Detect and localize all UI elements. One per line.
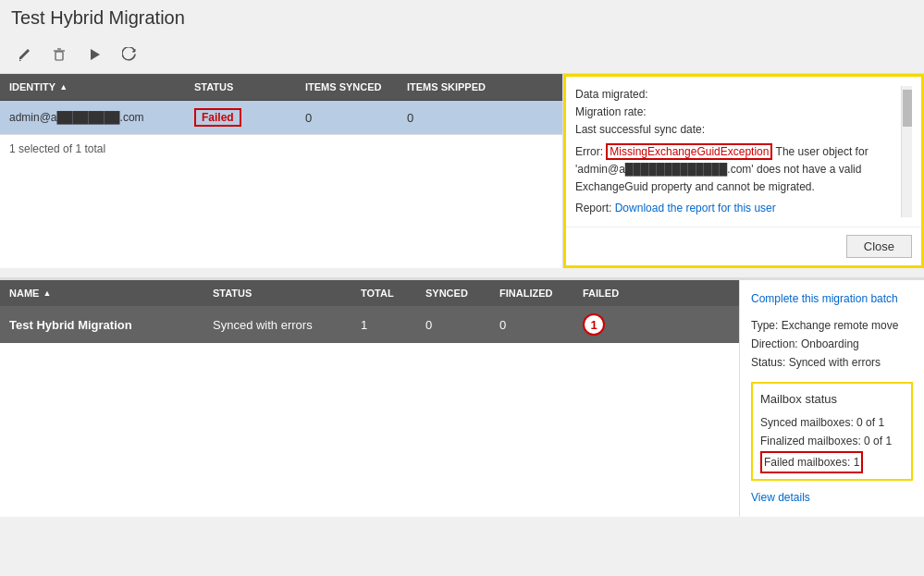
col-items-skipped: ITEMS SKIPPED bbox=[398, 74, 499, 100]
view-details-link[interactable]: View details bbox=[751, 488, 913, 507]
detail-panel: Data migrated: Migration rate: Last succ… bbox=[563, 74, 924, 268]
toolbar bbox=[0, 36, 924, 73]
top-table-header: IDENTITY ▲ STATUS ITEMS SYNCED ITEMS SKI… bbox=[0, 74, 562, 101]
right-panel: Complete this migration batch Type: Exch… bbox=[739, 280, 924, 516]
top-panel: IDENTITY ▲ STATUS ITEMS SYNCED ITEMS SKI… bbox=[0, 73, 924, 268]
scrollbar-thumb[interactable] bbox=[903, 90, 912, 127]
svg-marker-3 bbox=[91, 49, 100, 60]
close-button[interactable]: Close bbox=[846, 235, 912, 258]
refresh-button[interactable] bbox=[117, 42, 142, 67]
play-button[interactable] bbox=[81, 42, 107, 67]
failed-mailboxes: Failed mailboxes: 1 bbox=[760, 451, 904, 473]
bottom-synced-cell: 0 bbox=[416, 306, 490, 343]
failed-badge: 1 bbox=[583, 313, 605, 336]
bottom-table: NAME ▲ STATUS TOTAL SYNCED FINALIZED FAI… bbox=[0, 280, 739, 516]
bottom-failed-cell: 1 bbox=[573, 306, 647, 343]
bottom-col-total: TOTAL bbox=[351, 280, 416, 306]
bottom-table-header: NAME ▲ STATUS TOTAL SYNCED FINALIZED FAI… bbox=[0, 280, 739, 306]
download-report-link[interactable]: Download the report for this user bbox=[615, 202, 776, 214]
detail-content: Data migrated: Migration rate: Last succ… bbox=[566, 77, 921, 227]
bottom-col-finalized: FINALIZED bbox=[490, 280, 573, 306]
type-label: Type: Exchange remote move bbox=[751, 316, 913, 335]
sort-arrow-icon: ▲ bbox=[59, 82, 68, 92]
bottom-sort-arrow-icon: ▲ bbox=[43, 288, 51, 298]
bottom-finalized-cell: 0 bbox=[490, 306, 573, 343]
last-sync-row: Last successful sync date: bbox=[575, 121, 899, 139]
bottom-col-failed: FAILED bbox=[573, 280, 647, 306]
error-row: Error: MissingExchangeGuidException The … bbox=[575, 143, 899, 197]
batch-status-label: Status: Synced with errors bbox=[751, 353, 913, 372]
bottom-name-cell: Test Hybrid Migration bbox=[0, 306, 203, 343]
migration-rate-row: Migration rate: bbox=[575, 104, 899, 121]
items-synced-cell: 0 bbox=[296, 101, 398, 134]
report-row: Report: Download the report for this use… bbox=[575, 200, 899, 217]
synced-mailboxes: Synced mailboxes: 0 of 1 bbox=[760, 413, 904, 432]
bottom-total-cell: 1 bbox=[351, 306, 416, 343]
edit-button[interactable] bbox=[11, 42, 37, 67]
page-title: Test Hybrid Migration bbox=[0, 0, 924, 36]
bottom-col-name: NAME ▲ bbox=[0, 280, 203, 306]
error-code: MissingExchangeGuidException bbox=[606, 143, 772, 160]
top-table-row[interactable]: admin@a████████.com Failed 0 0 bbox=[0, 101, 562, 135]
col-identity: IDENTITY ▲ bbox=[0, 74, 185, 100]
direction-label: Direction: Onboarding bbox=[751, 335, 913, 353]
col-items-synced: ITEMS SYNCED bbox=[296, 74, 398, 100]
scrollbar[interactable] bbox=[901, 86, 912, 217]
complete-migration-link[interactable]: Complete this migration batch bbox=[751, 289, 913, 308]
status-badge: Failed bbox=[194, 108, 241, 127]
identity-cell: admin@a████████.com bbox=[0, 101, 185, 134]
failed-mailboxes-text: Failed mailboxes: 1 bbox=[760, 451, 863, 473]
top-table: IDENTITY ▲ STATUS ITEMS SYNCED ITEMS SKI… bbox=[0, 74, 563, 268]
close-btn-row: Close bbox=[566, 227, 921, 265]
data-migrated-row: Data migrated: bbox=[575, 86, 899, 104]
svg-rect-0 bbox=[55, 52, 63, 60]
table-footer: 1 selected of 1 total bbox=[0, 135, 562, 163]
mailbox-status-title: Mailbox status bbox=[760, 389, 904, 410]
bottom-col-status: STATUS bbox=[203, 280, 351, 306]
status-cell: Failed bbox=[185, 101, 296, 134]
bottom-section: NAME ▲ STATUS TOTAL SYNCED FINALIZED FAI… bbox=[0, 277, 924, 516]
col-status: STATUS bbox=[185, 74, 296, 100]
finalized-mailboxes: Finalized mailboxes: 0 of 1 bbox=[760, 432, 904, 450]
delete-button[interactable] bbox=[46, 42, 72, 67]
bottom-col-synced: SYNCED bbox=[416, 280, 490, 306]
mailbox-status-box: Mailbox status Synced mailboxes: 0 of 1 … bbox=[751, 382, 913, 481]
bottom-status-cell: Synced with errors bbox=[203, 306, 351, 343]
bottom-table-row[interactable]: Test Hybrid Migration Synced with errors… bbox=[0, 306, 739, 343]
items-skipped-cell: 0 bbox=[398, 101, 499, 134]
